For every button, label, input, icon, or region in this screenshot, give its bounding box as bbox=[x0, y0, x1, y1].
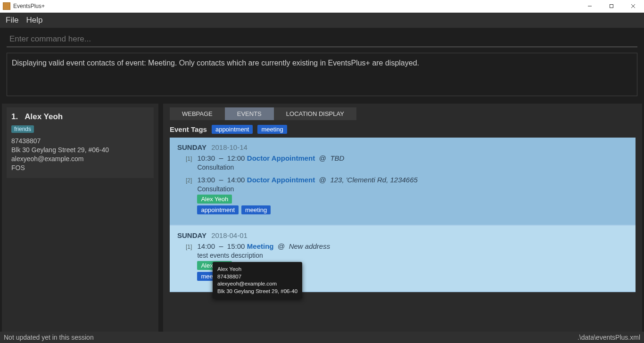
event-person-chip[interactable]: Alex Yeoh bbox=[197, 195, 232, 204]
result-area: Displaying valid event contacts of event… bbox=[0, 47, 644, 102]
svg-rect-1 bbox=[610, 5, 613, 8]
app-frame: File Help Displaying valid event contact… bbox=[0, 13, 644, 343]
event-description: test events description bbox=[197, 252, 330, 259]
event-row[interactable]: [2] 13:00 – 14:00 Doctor Appointment @ 1… bbox=[186, 176, 628, 214]
menubar: File Help bbox=[0, 13, 644, 28]
tooltip-email: alexyeoh@example.com bbox=[217, 280, 297, 288]
event-tag-chip[interactable]: appointment bbox=[197, 205, 239, 214]
window-title: EventsPlus+ bbox=[13, 3, 579, 9]
tooltip-phone: 87438807 bbox=[217, 273, 297, 281]
tab-location-display[interactable]: LOCATION DISPLAY bbox=[274, 107, 356, 120]
event-description: Consultation bbox=[197, 163, 344, 171]
tooltip-name: Alex Yeoh bbox=[217, 266, 297, 273]
event-tags-row: Event Tags appointment meeting bbox=[170, 123, 636, 138]
contact-faculty: FOS bbox=[11, 163, 149, 172]
tab-webpage[interactable]: WEBPAGE bbox=[170, 107, 225, 120]
event-tag-chip[interactable]: meeting bbox=[241, 205, 271, 214]
at-icon: @ bbox=[317, 176, 328, 184]
command-input[interactable] bbox=[7, 32, 637, 47]
menu-help[interactable]: Help bbox=[26, 16, 42, 25]
event-end: 12:00 bbox=[227, 154, 245, 162]
event-index: [1] bbox=[186, 155, 195, 162]
day-header: SUNDAY 2018-10-14 bbox=[177, 143, 628, 151]
time-dash-icon: – bbox=[217, 154, 225, 162]
event-row[interactable]: [1] 10:30 – 12:00 Doctor Appointment @ T… bbox=[186, 154, 628, 171]
window-controls bbox=[579, 0, 644, 12]
time-dash-icon: – bbox=[217, 176, 225, 184]
day-date: 2018-04-01 bbox=[211, 231, 248, 239]
event-people: Alex Yeoh bbox=[197, 195, 417, 204]
at-icon: @ bbox=[317, 154, 328, 162]
event-title: Doctor Appointment bbox=[247, 176, 315, 184]
status-left: Not updated yet in this session bbox=[4, 334, 94, 341]
status-right: .\data\eventsPlus.xml bbox=[578, 334, 640, 341]
event-title: Meeting bbox=[247, 242, 274, 250]
command-area bbox=[0, 28, 644, 47]
minimize-button[interactable] bbox=[579, 0, 601, 12]
event-tag-chip[interactable]: appointment bbox=[212, 125, 253, 134]
event-end: 15:00 bbox=[227, 242, 245, 250]
event-location: New address bbox=[289, 242, 330, 250]
event-start: 13:00 bbox=[197, 176, 215, 184]
main-content: 1. Alex Yeoh friends 87438807 Blk 30 Gey… bbox=[0, 102, 644, 332]
event-start: 10:30 bbox=[197, 154, 215, 162]
close-button[interactable] bbox=[622, 0, 644, 12]
event-tag-chip[interactable]: meeting bbox=[257, 125, 287, 134]
result-message: Displaying valid event contacts of event… bbox=[7, 53, 637, 96]
contact-name: Alex Yeoh bbox=[25, 112, 63, 121]
contact-phone: 87438807 bbox=[11, 137, 149, 146]
maximize-button[interactable] bbox=[601, 0, 622, 12]
tab-events[interactable]: EVENTS bbox=[225, 107, 274, 120]
contact-email: alexyeoh@example.com bbox=[11, 155, 149, 163]
at-icon: @ bbox=[276, 242, 287, 250]
day-group: SUNDAY 2018-10-14 [1] 10:30 – 12:00 Doct… bbox=[170, 138, 636, 226]
contact-address: Blk 30 Geylang Street 29, #06-40 bbox=[11, 146, 149, 155]
contact-header: 1. Alex Yeoh bbox=[11, 112, 149, 122]
menu-file[interactable]: File bbox=[6, 16, 18, 25]
day-header: SUNDAY 2018-04-01 bbox=[177, 231, 628, 239]
contact-card[interactable]: 1. Alex Yeoh friends 87438807 Blk 30 Gey… bbox=[7, 107, 154, 178]
event-tags-label: Event Tags bbox=[170, 125, 207, 133]
day-of-week: SUNDAY bbox=[177, 143, 206, 151]
contact-tag: friends bbox=[11, 125, 34, 133]
status-bar: Not updated yet in this session .\data\e… bbox=[0, 332, 644, 343]
tabs-bar: WEBPAGE EVENTS LOCATION DISPLAY bbox=[170, 107, 636, 120]
app-icon bbox=[3, 2, 10, 10]
event-index: [1] bbox=[186, 244, 195, 250]
event-title: Doctor Appointment bbox=[247, 154, 315, 162]
event-end: 14:00 bbox=[227, 176, 245, 184]
time-dash-icon: – bbox=[217, 242, 225, 250]
event-start: 14:00 bbox=[197, 242, 215, 250]
event-location: TBD bbox=[330, 154, 344, 162]
tooltip-address: Blk 30 Geylang Street 29, #06-40 bbox=[217, 288, 297, 295]
contact-tooltip: Alex Yeoh 87438807 alexyeoh@example.com … bbox=[213, 262, 302, 299]
window-titlebar: EventsPlus+ bbox=[0, 0, 644, 13]
day-of-week: SUNDAY bbox=[177, 231, 206, 239]
events-panel: WEBPAGE EVENTS LOCATION DISPLAY Event Ta… bbox=[163, 104, 642, 332]
event-location: 123, 'Clementi Rd, 1234665 bbox=[330, 176, 418, 184]
contacts-panel: 1. Alex Yeoh friends 87438807 Blk 30 Gey… bbox=[2, 104, 158, 332]
event-index: [2] bbox=[186, 177, 195, 184]
day-date: 2018-10-14 bbox=[211, 143, 248, 151]
event-description: Consultation bbox=[197, 185, 417, 193]
event-tags: appointment meeting bbox=[197, 205, 417, 214]
contact-index: 1. bbox=[11, 112, 18, 121]
